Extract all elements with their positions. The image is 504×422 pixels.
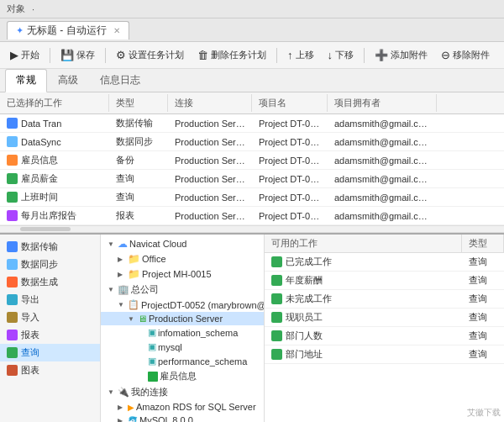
right-cell-type: 查询 [462,253,504,271]
tree-label: Production Server [149,314,223,324]
separator [276,48,277,63]
company-icon: 🏢 [118,284,129,295]
remove-attachment-button[interactable]: ⊖ 移除附件 [436,47,495,63]
cell-type: 备份 [109,152,168,168]
server-icon: 🖥 [138,314,147,324]
schedule-icon: ⚙ [116,49,126,61]
sidebar-item-数据传输[interactable]: 数据传输 [0,238,100,256]
table-row[interactable]: Data Tran 数据传输 Production Server Project… [0,114,504,133]
delete-icon: 🗑 [197,49,208,61]
tree-label: Project MH-0015 [142,269,212,279]
tree-item[interactable]: ▣performance_schema [101,354,264,368]
sidebar-item-数据生成[interactable]: 数据生成 [0,273,100,291]
tree-item[interactable]: ▼🖥Production Server [101,312,264,325]
add-attachment-button[interactable]: ➕ 添加附件 [370,47,433,63]
table-row[interactable]: 每月出席报告 报表 Production Server Project DT-0… [0,207,504,225]
sidebar-item-图表[interactable]: 图表 [0,361,100,379]
right-cell-type: 查询 [462,327,504,345]
separator: · [32,4,34,14]
table-row[interactable]: 上班时间 查询 Production Server Project DT-005… [0,188,504,207]
start-button[interactable]: ▶ 开始 [5,47,45,63]
tree-item[interactable]: 雇员信息 [101,368,264,384]
tree-item[interactable]: ▼📋ProjectDT-0052 (marybrown@... [101,298,264,312]
tree-label: Amazon RDS for SQL Server [136,402,256,412]
right-row[interactable]: 未完成工作 查询 [265,290,504,309]
cell-name: 每月出席报告 [0,208,109,224]
save-button[interactable]: 💾 保存 [55,47,100,63]
cell-name: Data Tran [0,116,109,130]
hscroll-bar[interactable] [0,226,504,233]
tree-item[interactable]: ▼🔌我的连接 [101,384,264,400]
tree-label: performance_schema [158,356,247,367]
col-header-type: 类型 [109,94,168,112]
tree-label: 我的连接 [131,386,168,398]
left-sidebar: 数据传输数据同步数据生成导出导入报表查询图表 [0,235,101,422]
db-icon: ▣ [148,327,156,338]
tree-item[interactable]: ▶🐬MySQL 8.0.0 [101,414,264,422]
tree-arrow: ▶ [118,404,126,411]
project-icon: 📋 [128,299,139,310]
cell-connection: Production Server [168,135,252,149]
cell-project: Project DT-0052 [252,172,328,186]
tab-normal[interactable]: 常规 [5,69,47,92]
sidebar-item-导出[interactable]: 导出 [0,291,100,309]
table-header: 已选择的工作 类型 连接 项目名 项目拥有者 [0,92,504,114]
tree-label: Office [142,254,166,264]
sidebar-item-报表[interactable]: 报表 [0,326,100,344]
cell-connection: Production Server [168,117,252,130]
tree-item[interactable]: ▶▶Amazon RDS for SQL Server [101,400,264,414]
right-cell-type: 查询 [462,272,504,289]
cell-type: 数据传输 [109,115,168,131]
title-tab[interactable]: ✦ 无标题 - 自动运行 ✕ [7,21,129,40]
tab-advanced[interactable]: 高级 [47,69,89,92]
sidebar-item-查询[interactable]: 查询 [0,344,100,361]
right-row[interactable]: 已完成工作 查询 [265,253,504,272]
sidebar-item-导入[interactable]: 导入 [0,309,100,326]
cloud-icon: ☁ [118,238,128,250]
tree-item[interactable]: ▼🏢总公司 [101,282,264,298]
myconn-icon: 🔌 [118,387,129,398]
cell-name: 上班时间 [0,189,109,205]
tree-label: 雇员信息 [160,370,197,382]
target-header: 对象 · [0,0,504,18]
tree-item[interactable]: ▶📁Project MH-0015 [101,266,264,282]
col-header-name: 已选择的工作 [0,94,109,112]
right-cell-type: 查询 [462,309,504,326]
play-icon: ▶ [10,49,18,61]
tree-item[interactable]: ▣infomation_schema [101,325,264,340]
db-icon: ▣ [148,341,156,352]
set-schedule-button[interactable]: ⚙ 设置任务计划 [111,47,189,63]
table-row[interactable]: 雇员信息 备份 Production Server Project DT-005… [0,151,504,170]
table-row[interactable]: 雇员薪金 查询 Production Server Project DT-005… [0,170,504,188]
hscroll-thumb[interactable] [20,227,71,231]
tab-log[interactable]: 信息日志 [89,69,151,92]
cell-project: Project DT-0052 [252,154,328,167]
sidebar-item-数据同步[interactable]: 数据同步 [0,256,100,273]
separator [50,48,50,63]
bottom-panel: 数据传输数据同步数据生成导出导入报表查询图表 ▼☁Navicat Cloud▶📁… [0,233,504,422]
cell-name: 雇员信息 [0,152,109,168]
tree-item[interactable]: ▶📁Office [101,251,264,266]
right-rows: 已完成工作 查询 年度薪酬 查询 未完成工作 查询 现职员工 查询 部门人数 查… [265,253,504,364]
save-icon: 💾 [60,49,74,61]
right-row[interactable]: 部门地址 查询 [265,346,504,364]
table-icon [148,372,158,382]
tree-item[interactable]: ▼☁Navicat Cloud [101,236,264,251]
right-row[interactable]: 现职员工 查询 [265,309,504,327]
delete-schedule-button[interactable]: 🗑 删除任务计划 [192,47,271,63]
move-up-button[interactable]: ↑ 上移 [282,47,319,63]
move-down-button[interactable]: ↓ 下移 [323,47,360,63]
right-row[interactable]: 年度薪酬 查询 [265,272,504,290]
tree-item[interactable]: ▣mysql [101,340,264,354]
cell-name: DataSync [0,135,109,149]
tree-arrow: ▶ [118,271,126,278]
tree-arrow: ▼ [108,240,116,248]
mysql-icon: 🐬 [128,416,138,423]
tab-bar: 常规 高级 信息日志 [0,69,504,92]
right-cell-name: 现职员工 [265,309,462,326]
folder-icon: 📁 [128,253,140,265]
tree-arrow: ▼ [128,315,136,323]
right-row[interactable]: 部门人数 查询 [265,327,504,346]
cell-type: 数据同步 [109,134,168,150]
table-row[interactable]: DataSync 数据同步 Production Server Project … [0,133,504,151]
